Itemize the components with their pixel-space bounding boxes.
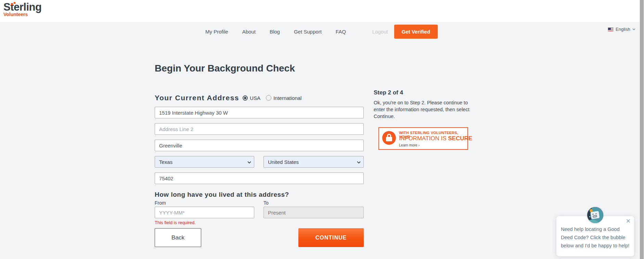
address-type-radios: USA International: [243, 95, 305, 101]
radio-international-label[interactable]: International: [273, 95, 302, 101]
chevron-down-icon: [247, 160, 250, 164]
learn-more-link[interactable]: Learn more ›: [399, 143, 420, 147]
from-label: From: [155, 200, 254, 206]
nav-blog[interactable]: Blog: [270, 29, 280, 35]
from-date-error: This field is required.: [155, 220, 364, 225]
city-input[interactable]: [155, 140, 364, 151]
radio-usa[interactable]: [243, 95, 248, 101]
nav-about[interactable]: About: [242, 29, 256, 35]
step-indicator: Step 2 of 4: [374, 89, 480, 96]
nav-get-support[interactable]: Get Support: [294, 29, 322, 35]
page-scrollbar: [640, 0, 644, 259]
close-icon[interactable]: ✕: [626, 218, 631, 224]
continue-button[interactable]: CONTINUE: [298, 228, 364, 247]
language-selector[interactable]: English: [608, 27, 635, 32]
country-select-value: United States: [268, 159, 299, 165]
to-date-input: [263, 207, 364, 218]
current-address-label: Your Current Address: [155, 94, 239, 102]
radio-usa-label[interactable]: USA: [250, 95, 260, 101]
step-sidebar: Step 2 of 4 Ok, you're on to Step 2. Ple…: [374, 89, 480, 150]
step-description: Ok, you're on to Step 2. Please continue…: [374, 99, 476, 120]
date-labels-row: From To: [155, 198, 364, 206]
brand-logo[interactable]: Sterling Volunteers: [3, 2, 41, 17]
country-select[interactable]: United States: [263, 156, 364, 168]
page-title: Begin Your Background Check: [155, 63, 364, 74]
zip-input[interactable]: [155, 172, 364, 184]
secure-info-box: WITH STERLING VOLUNTEERS, YOUR INFORMATI…: [378, 127, 468, 150]
nav-faq[interactable]: FAQ: [336, 29, 346, 35]
chevron-down-icon: [357, 160, 360, 164]
language-label: English: [616, 27, 630, 32]
us-flag-icon: [608, 27, 614, 31]
logo-accent-dot: [11, 3, 13, 5]
state-select-value: Texas: [159, 159, 172, 165]
secure-subheadline: INFORMATION IS SECURE: [399, 135, 472, 142]
background-check-form: Begin Your Background Check Your Current…: [155, 63, 364, 247]
state-country-row: Texas United States: [155, 156, 364, 168]
logo-accent-dot: [14, 2, 15, 4]
chevron-down-icon: [632, 28, 635, 31]
form-actions: Back CONTINUE: [155, 228, 364, 247]
chatbot-avatar-icon: [587, 207, 603, 223]
current-address-section: Your Current Address USA International: [155, 94, 364, 102]
state-select[interactable]: Texas: [155, 156, 254, 168]
chat-message: Need help locating a Good Deed Code? Cli…: [561, 225, 630, 250]
nav-my-profile[interactable]: My Profile: [205, 29, 228, 35]
address-line1-input[interactable]: [155, 107, 364, 118]
scrollbar-thumb[interactable]: [640, 0, 644, 259]
get-verified-button[interactable]: Get Verified: [394, 25, 438, 39]
header: Sterling Volunteers: [0, 0, 644, 22]
back-button[interactable]: Back: [155, 228, 201, 247]
chat-help-popup: ✕ Need help locating a Good Deed Code? C…: [556, 216, 634, 256]
to-label: To: [263, 200, 364, 206]
from-date-input[interactable]: [155, 207, 254, 218]
duration-question: How long have you lived at this address?: [155, 191, 364, 198]
brand-name: Sterling: [3, 2, 41, 13]
radio-international[interactable]: [266, 95, 271, 101]
address-line2-input[interactable]: [155, 123, 364, 135]
lock-icon: [382, 131, 396, 145]
nav-logout[interactable]: Logout: [372, 29, 388, 35]
date-inputs-row: [155, 206, 364, 218]
main-nav: My Profile About Blog Get Support FAQ Lo…: [205, 22, 438, 41]
